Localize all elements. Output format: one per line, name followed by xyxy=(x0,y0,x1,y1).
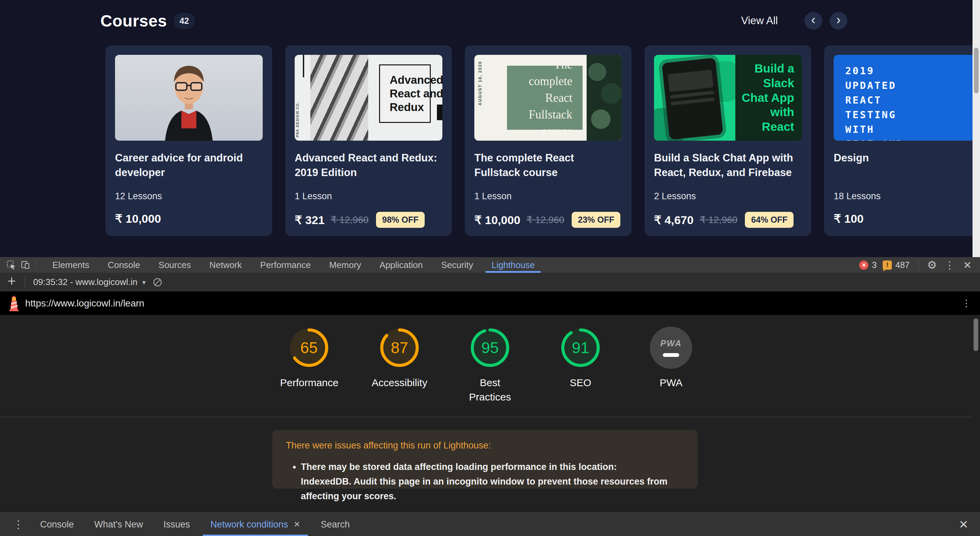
drawer-tab-search[interactable]: Search xyxy=(311,513,360,536)
course-count-badge: 42 xyxy=(174,13,195,29)
report-divider xyxy=(0,417,972,417)
report-scrollbar-thumb[interactable] xyxy=(974,318,978,351)
gauge-label: Performance xyxy=(280,376,338,390)
drawer-close-button[interactable]: ✕ xyxy=(959,518,974,531)
tab-application[interactable]: Application xyxy=(370,257,432,273)
course-lessons: 1 Lesson xyxy=(474,191,622,202)
block-icon xyxy=(153,278,162,287)
drawer-tab-label: What's New xyxy=(94,519,143,530)
lighthouse-gauge-performance[interactable]: 65Performance xyxy=(275,327,342,404)
screen: Courses 42 View All ‹ › Career advice fo… xyxy=(0,0,980,536)
sage-title-panel: The complete React Fullstack course xyxy=(507,66,582,130)
close-icon[interactable]: ✕ xyxy=(293,520,300,529)
lighthouse-gauge-pwa[interactable]: PWAPWA xyxy=(638,327,705,404)
lighthouse-gauge-seo[interactable]: 91SEO xyxy=(547,327,614,404)
course-price-row: ₹ 321₹ 12,96098% OFF xyxy=(295,212,442,228)
course-price-row: ₹ 10,000 xyxy=(115,212,263,225)
course-title: Advanced React and Redux: 2019 Edition xyxy=(295,151,442,191)
report-selector-dropdown[interactable]: 09:35:32 - www.logicowl.in ▾ xyxy=(33,277,146,287)
new-audit-button[interactable]: + xyxy=(0,273,22,292)
page-scrollbar-thumb[interactable] xyxy=(974,48,978,93)
close-icon: ✕ xyxy=(959,518,969,531)
report-selector-value: 09:35:32 - www.logicowl.in xyxy=(33,277,137,287)
course-card[interactable]: 2019UPDATEDREACTTESTINGWITHJEST ANDENZYM… xyxy=(824,45,972,236)
lighthouse-gauge-best-practices[interactable]: 95Best Practices xyxy=(457,327,523,404)
drawer-tab-label: Console xyxy=(40,519,74,530)
course-price: ₹ 10,000 xyxy=(474,213,520,227)
drawer-tab-console[interactable]: Console xyxy=(30,513,84,536)
sage-date-label: AUGUST 18, 2020 xyxy=(478,61,485,105)
warning-icon[interactable]: ! xyxy=(883,260,892,270)
devtools-close-button[interactable]: ✕ xyxy=(960,257,975,273)
kebab-icon: ⋮ xyxy=(945,259,955,271)
devtools-left-icons xyxy=(0,257,43,273)
tab-network[interactable]: Network xyxy=(200,257,251,273)
course-title: The complete React Fullstack course xyxy=(474,151,622,191)
page-scrollbar[interactable] xyxy=(972,0,980,257)
session-bar-divider xyxy=(25,277,25,287)
pwa-badge: PWA xyxy=(650,327,692,369)
course-card[interactable]: Career advice for android developer12 Le… xyxy=(105,45,272,236)
devtools-tabs: ElementsConsoleSourcesNetworkPerformance… xyxy=(43,257,544,273)
course-image: AUGUST 18, 2020The complete React Fullst… xyxy=(474,55,622,140)
tab-memory[interactable]: Memory xyxy=(320,257,370,273)
devtools-menu-button[interactable]: ⋮ xyxy=(943,257,957,273)
drawer-menu-button[interactable]: ⋮ xyxy=(7,518,30,531)
gauge-score: 95 xyxy=(469,327,511,369)
tab-sources[interactable]: Sources xyxy=(150,257,200,273)
phone-screen-block xyxy=(671,97,715,105)
tab-elements[interactable]: Elements xyxy=(43,257,98,273)
carousel-prev-button[interactable]: ‹ xyxy=(804,12,822,30)
tab-security[interactable]: Security xyxy=(432,257,482,273)
course-original-price: ₹ 12,960 xyxy=(700,214,737,225)
gauge-ring: 91 xyxy=(559,327,601,369)
design-heading: Advanced React and Redux xyxy=(390,73,442,115)
carousel-next-button[interactable]: › xyxy=(830,12,847,30)
audited-url: https://www.logicowl.in/learn xyxy=(25,298,144,309)
course-lessons: 18 Lessons xyxy=(834,191,972,202)
tab-performance[interactable]: Performance xyxy=(251,257,320,273)
error-icon[interactable]: ✕ xyxy=(859,260,869,270)
design-accent-line xyxy=(303,55,304,77)
devtools-tabbar-right: ✕ 3 ! 487 ⚙ ⋮ ✕ xyxy=(859,257,980,273)
warning-item: There may be stored data affecting loadi… xyxy=(301,460,668,504)
tab-lighthouse[interactable]: Lighthouse xyxy=(482,257,544,273)
inspect-element-button[interactable] xyxy=(4,257,18,273)
settings-button[interactable]: ⚙ xyxy=(925,257,939,273)
toolbar-divider-right xyxy=(918,260,919,270)
close-icon: ✕ xyxy=(963,259,972,271)
sage-heading: The complete React Fullstack course xyxy=(517,56,572,140)
warning-count[interactable]: 487 xyxy=(895,260,910,270)
design-title-box: Advanced React and Redux xyxy=(379,64,431,123)
gauge-label: Best Practices xyxy=(461,376,519,404)
drawer-tab-issues[interactable]: Issues xyxy=(153,513,200,536)
lighthouse-gauge-accessibility[interactable]: 87Accessibility xyxy=(366,327,433,404)
toolbar-divider xyxy=(35,260,36,270)
course-original-price: ₹ 12,960 xyxy=(527,214,564,225)
error-count[interactable]: 3 xyxy=(872,260,877,270)
drawer-tab-label: Issues xyxy=(163,519,190,530)
gear-icon: ⚙ xyxy=(927,258,937,271)
slack-heading: Build a Slack Chat App with React xyxy=(735,61,794,134)
drawer-tabs: ConsoleWhat's NewIssuesNetwork condition… xyxy=(30,513,360,536)
course-title: Build a Slack Chat App with React, Redux… xyxy=(654,151,802,191)
course-card[interactable]: PAK DESIGN CO.Advanced React and ReduxAd… xyxy=(285,45,452,236)
slack-phone-mockup xyxy=(662,57,724,140)
course-price: ₹ 100 xyxy=(834,212,864,225)
tab-console[interactable]: Console xyxy=(98,257,149,273)
discount-badge: 98% OFF xyxy=(376,212,425,228)
devtools-tabbar: ElementsConsoleSourcesNetworkPerformance… xyxy=(0,257,980,273)
course-title: Design xyxy=(834,151,972,191)
drawer-tab-what-s-new[interactable]: What's New xyxy=(84,513,153,536)
device-toolbar-button[interactable] xyxy=(18,257,33,273)
course-price-row: ₹ 10,000₹ 12,96023% OFF xyxy=(474,212,622,228)
courses-page-section: Courses 42 View All ‹ › Career advice fo… xyxy=(0,0,980,257)
report-menu-button[interactable]: ⋮ xyxy=(962,298,971,309)
chevron-down-icon: ▾ xyxy=(142,278,146,286)
clear-reports-button[interactable] xyxy=(150,273,165,291)
discount-badge: 23% OFF xyxy=(572,212,620,228)
course-card[interactable]: Build a Slack Chat App with ReactBuild a… xyxy=(644,45,811,236)
drawer-tab-network-conditions[interactable]: Network conditions✕ xyxy=(200,513,310,536)
view-all-link[interactable]: View All xyxy=(741,14,778,27)
course-card[interactable]: AUGUST 18, 2020The complete React Fullst… xyxy=(465,45,632,236)
